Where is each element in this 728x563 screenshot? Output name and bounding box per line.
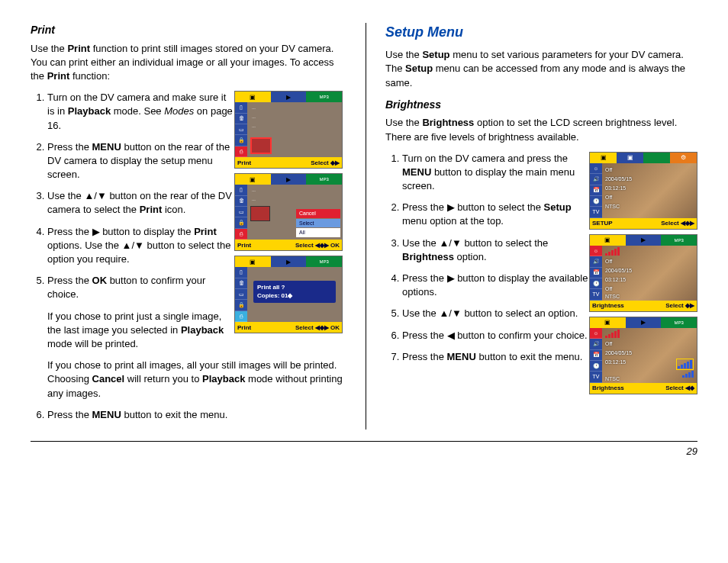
clock-icon: 🕐	[590, 196, 602, 207]
tab-mp3-icon: MP3	[306, 92, 342, 102]
print-lcd-3: ▣ ▶ MP3 ▯🗑▭🔒 ⎙ Print all ? Copies: 01◆	[234, 256, 343, 333]
brightness-icon-sel: ☼	[590, 246, 602, 256]
brightness-heading: Brightness	[385, 98, 697, 113]
print-lcd-2: ▣ ▶ MP3 ▯🗑▭🔒 ⎙ ··· ··· ···	[234, 173, 343, 251]
print-lcd-1: ▣ ▶ MP3 ▯ 🗑 ▭ 🔒 ⎙ ··· ··· ···	[234, 91, 343, 169]
setup-lcd-3: ▣ ▶ MP3 ☼ 🔊📅🕐TV Off 2004/05/15	[589, 317, 697, 394]
tab-playback-icon: ▣	[235, 92, 271, 102]
sound-icon: 🔊	[590, 174, 602, 185]
setup-lcd-1: ▣ ▣ ⚙ ☼ 🔊 📅 🕐 TV Off 2004/05/15	[589, 152, 697, 230]
left-column: Print Use the Print function to print st…	[31, 23, 343, 429]
date-icon: 📅	[590, 185, 602, 196]
page-number: 29	[687, 446, 697, 457]
trash-icon: 🗑	[235, 114, 247, 124]
brightness-intro: Use the Brightness option to set the LCD…	[385, 116, 697, 143]
print-dialog: Print all ? Copies: 01◆	[253, 281, 336, 302]
print-para-all: If you chose to print all images, all yo…	[47, 359, 343, 401]
battery-icon: ▯	[235, 102, 247, 113]
setup-lcd-2: ▣ ▶ MP3 ☼ 🔊📅🕐TV Off 2004/05/15	[589, 234, 697, 312]
camera-icon: ▣	[617, 153, 643, 163]
slideshow-icon: ▭	[235, 124, 247, 135]
setup-tab-icon: ⚙	[670, 153, 697, 163]
step-6: Press the MENU button to exit the menu.	[47, 408, 343, 422]
tab-icon: ▶	[271, 92, 307, 102]
print-heading: Print	[31, 23, 343, 38]
setup-intro: Use the Setup menu to set various parame…	[385, 48, 697, 90]
setup-menu-heading: Setup Menu	[385, 23, 697, 42]
page-columns: Print Use the Print function to print st…	[31, 23, 697, 429]
print-icon: ⎙	[235, 146, 247, 157]
tv-icon: TV	[590, 207, 602, 217]
print-intro: Use the Print function to print still im…	[31, 42, 343, 84]
brightness-icon: ☼	[590, 163, 602, 174]
lock-icon: 🔒	[235, 135, 247, 146]
thumb-selected	[250, 137, 272, 154]
right-column: Setup Menu Use the Setup menu to set var…	[366, 23, 697, 429]
page-footer: 29	[31, 441, 697, 458]
